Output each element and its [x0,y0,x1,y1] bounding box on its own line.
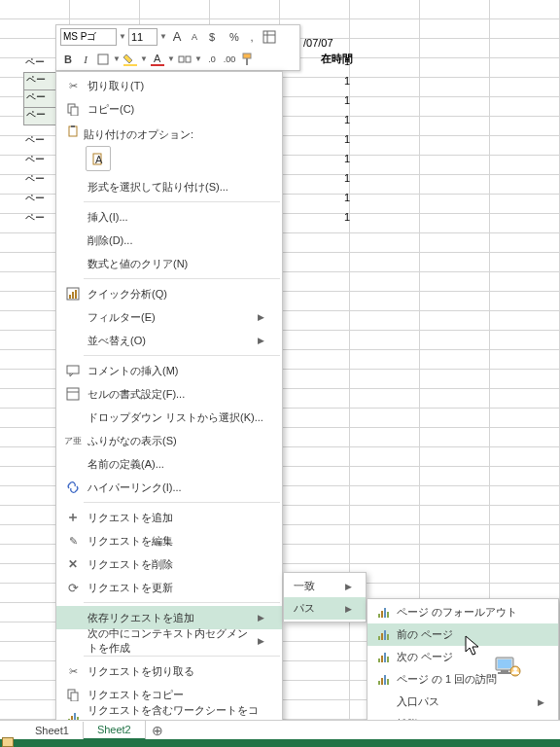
svg-rect-18 [69,295,71,299]
increase-font-button[interactable]: A [169,28,185,46]
decimal-inc-button[interactable]: .0 [204,51,220,68]
svg-rect-7 [179,56,184,62]
format-cells-icon[interactable] [262,28,277,46]
menu-format-cells[interactable]: セルの書式設定(F)... [56,382,282,406]
submenu-prev-page[interactable]: 前の ページ [368,623,558,646]
menu-cut[interactable]: ✂切り取り(T) [56,74,282,97]
svg-rect-28 [501,670,508,672]
menu-sort[interactable]: 並べ替え(O)▶ [56,329,282,352]
svg-rect-12 [71,107,78,116]
menu-quick-analysis[interactable]: クイック分析(Q) [56,282,282,305]
add-sheet-button[interactable]: ⊕ [146,723,169,738]
border-button[interactable] [95,51,111,68]
tab-sheet2[interactable]: Sheet2 [84,721,146,740]
submenu-entry-path[interactable]: 入口パス▶ [368,691,558,713]
font-color-button[interactable]: A [150,51,165,68]
quick-analysis-icon [62,287,84,301]
record-macro-icon[interactable] [2,737,14,747]
menu-edit-request[interactable]: ✎リクエストを編集 [56,529,282,552]
submenu-page-fallout[interactable]: ページ のフォールアウト [368,601,558,623]
decrease-font-button[interactable]: A [187,28,202,46]
sheet-tabs: Sheet1 Sheet2 ⊕ [0,720,560,739]
svg-rect-14 [71,125,75,127]
svg-rect-25 [71,693,78,701]
menu-insert-comment[interactable]: コメントの挿入(M) [56,359,282,382]
svg-point-31 [513,667,517,671]
chevron-down-icon[interactable]: ▼ [167,54,175,63]
refresh-icon: ⟳ [62,581,84,595]
menu-delete-request[interactable]: ✕リクエストを削除 [56,552,282,576]
chevron-right-icon: ▶ [258,336,264,345]
chevron-down-icon[interactable]: ▼ [159,32,167,41]
tab-sheet1[interactable]: Sheet1 [21,722,84,739]
status-bar [0,739,560,747]
svg-text:A: A [95,154,103,165]
chevron-down-icon[interactable]: ▼ [113,54,121,63]
svg-rect-4 [123,64,137,66]
menu-paste-special[interactable]: 形式を選択して貼り付け(S)... [56,175,282,198]
submenu-next-page[interactable]: 次の ページ [368,646,558,668]
furigana-icon: ア亜 [62,435,84,447]
copy-icon [62,688,84,701]
menu-create-context-segment[interactable]: 次の中にコンテキスト内セグメントを作成▶ [56,629,282,653]
plus-icon: ＋ [62,509,84,526]
paste-options: A [56,144,282,175]
svg-rect-8 [186,56,191,62]
comma-button[interactable]: , [244,28,260,46]
submenu-dependent: 一致▶ パス▶ [283,572,367,622]
chevron-down-icon[interactable]: ▼ [194,54,202,63]
menu-cut-request[interactable]: ✂リクエストを切り取る [56,659,282,683]
decimal-dec-button[interactable]: .00 [222,51,237,68]
merge-button[interactable] [177,51,192,68]
scissors-icon: ✂ [62,80,84,92]
chevron-down-icon[interactable]: ▼ [140,54,148,63]
menu-define-name[interactable]: 名前の定義(A)... [56,452,282,476]
submenu-one-visit[interactable]: ページ の 1 回の訪問 [368,668,558,691]
computer-icon [494,656,523,681]
menu-delete[interactable]: 削除(D)... [56,229,282,252]
currency-button[interactable]: $ [204,28,220,46]
bars-icon [373,630,393,640]
svg-rect-22 [67,388,79,400]
bold-button[interactable]: B [60,51,76,68]
svg-rect-21 [67,366,79,374]
svg-rect-9 [243,53,251,58]
submenu-match[interactable]: 一致▶ [284,575,366,597]
italic-button[interactable]: I [78,51,93,68]
pencil-icon: ✎ [62,535,84,548]
svg-rect-29 [498,672,511,674]
comment-icon [62,364,84,377]
menu-hyperlink[interactable]: ハイパーリンク(I)... [56,476,282,499]
chevron-right-icon: ▶ [258,312,264,322]
menu-clear[interactable]: 数式と値のクリア(N) [56,252,282,275]
submenu-path[interactable]: パス▶ [284,597,366,620]
copy-icon [62,102,84,116]
format-painter-button[interactable] [239,51,255,68]
menu-filter[interactable]: フィルター(E)▶ [56,305,282,329]
font-size-input[interactable] [128,28,158,46]
bars-icon [373,653,393,662]
chevron-right-icon: ▶ [258,636,264,646]
mini-toolbar: ▼ ▼ A A $ % , B I ▼ ▼ A ▼ ▼ .0 .00 [55,24,300,71]
data-column: 111 111 111 [311,55,350,231]
chevron-right-icon: ▶ [345,582,352,591]
paste-option-a[interactable]: A [86,146,111,171]
chevron-right-icon: ▶ [538,697,544,707]
menu-copy[interactable]: コピー(C) [56,97,282,121]
menu-add-request[interactable]: ＋リクエストを追加 [56,506,282,529]
menu-dropdown-list[interactable]: ドロップダウン リストから選択(K)... [56,406,282,429]
chevron-right-icon: ▶ [345,604,352,614]
svg-rect-20 [75,290,77,299]
menu-refresh-request[interactable]: ⟳リクエストを更新 [56,576,282,599]
chevron-down-icon[interactable]: ▼ [119,32,126,41]
percent-button[interactable]: % [227,28,242,46]
menu-insert[interactable]: 挿入(I)... [56,205,282,229]
svg-rect-3 [98,54,108,64]
svg-text:A: A [154,53,161,64]
bars-icon [373,608,393,618]
fill-color-button[interactable] [122,51,138,68]
format-cells-icon [62,387,84,401]
x-icon: ✕ [62,557,84,571]
menu-furigana[interactable]: ア亜ふりがなの表示(S) [56,429,282,452]
font-name-input[interactable] [60,28,117,46]
